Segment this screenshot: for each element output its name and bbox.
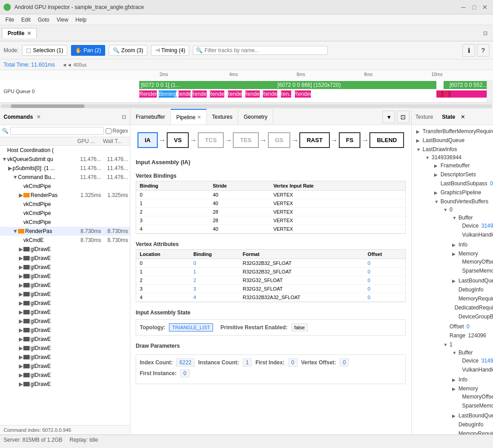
cmd-row-gldraw-3[interactable]: ▶glDrawE: [0, 263, 130, 272]
cmd-row-vkcmdpipe1[interactable]: vkCmdPipe: [0, 182, 130, 191]
stage-vs[interactable]: VS: [167, 132, 189, 148]
tab-textures[interactable]: Textures: [207, 109, 238, 125]
cmd-row-renderpass2[interactable]: ▼ RenderPas 8.730ms 8.730ms: [0, 227, 130, 236]
render-seg-5[interactable]: Render: [228, 90, 242, 98]
node-offset-0[interactable]: Offset 0: [440, 322, 493, 331]
profile-tab-close[interactable]: ✕: [27, 31, 31, 36]
node-transfer[interactable]: ▶ TransferBufferMemoryRequirements: [413, 127, 493, 136]
node-memreq-1[interactable]: MemoryRequirements: [449, 429, 493, 435]
stage-tes[interactable]: TES: [233, 132, 258, 148]
cmd-row-gldraw-15[interactable]: ▶glDrawE: [0, 371, 130, 380]
cmd-row-vkcmdpipe3[interactable]: vkCmdPipe: [0, 209, 130, 218]
node-graphicspipeline[interactable]: ▶ GraphicsPipeline: [431, 188, 493, 197]
stage-fs[interactable]: FS: [339, 132, 361, 148]
cmd-row-gldraw-4[interactable]: ▶glDrawE: [0, 272, 130, 281]
node-boundvertexbuffers[interactable]: ▼ BoundVertexBuffers ▼ 0: [431, 197, 493, 435]
cmd-row-gldraw-6[interactable]: ▶glDrawE: [0, 290, 130, 299]
node-device-1[interactable]: Device 3149342640: [458, 356, 493, 365]
node-buffer-1[interactable]: ▼ Buffer: [449, 348, 493, 375]
render-seg-3[interactable]: Render: [192, 90, 206, 98]
gpu-queue-content[interactable]: [6072 0 0 1] (1... [6072 0 0 866] (1520x…: [139, 80, 493, 102]
render-seg-0[interactable]: Render: [139, 90, 157, 98]
regex-checkbox-label[interactable]: Regex: [106, 128, 128, 134]
cmd-row-vkcmdpipe2[interactable]: vkCmdPipe: [0, 200, 130, 209]
menu-help[interactable]: Help: [72, 16, 90, 24]
render-dense[interactable]: [436, 90, 493, 98]
commands-panel-close[interactable]: ✕: [36, 114, 41, 120]
tab-pipeline-close[interactable]: ✕: [197, 115, 201, 120]
help-button[interactable]: ?: [477, 44, 489, 57]
node-memoffset-0[interactable]: MemoryOffset 12964288: [458, 257, 493, 266]
scroll-thumb[interactable]: [11, 104, 84, 108]
render-seg-9[interactable]: Render: [295, 90, 311, 98]
cmd-row-host[interactable]: Host Coordination (: [0, 146, 130, 155]
tab-framebuffer[interactable]: Framebuffer: [130, 109, 171, 125]
pipeline-expand-button[interactable]: ⊡: [397, 111, 409, 123]
render-seg-7[interactable]: Render: [263, 90, 277, 98]
menu-view[interactable]: View: [53, 16, 72, 24]
node-dedicatedreq-0[interactable]: DedicatedRequirements: [449, 303, 493, 312]
regex-checkbox[interactable]: [106, 128, 111, 134]
pan-mode-button[interactable]: ✋ Pan (2): [71, 45, 105, 56]
cmd-row-gldraw-16[interactable]: ▶glDrawE: [0, 380, 130, 389]
track-search-input[interactable]: [204, 47, 324, 54]
tab-pipeline[interactable]: Pipeline ✕: [171, 109, 207, 125]
node-buffer-0[interactable]: ▼ Buffer: [449, 213, 493, 240]
node-framebuffer[interactable]: ▶ Framebuffer: [431, 161, 493, 170]
menu-goto[interactable]: Goto: [34, 16, 53, 24]
render-seg-2[interactable]: Render: [178, 90, 191, 98]
node-bvb-0[interactable]: ▼ 0 ▼ Buffer: [440, 205, 493, 322]
node-lbq-0[interactable]: ▶ LastBoundQueue: [449, 276, 493, 285]
cmd-row-gldraw-5[interactable]: ▶glDrawE: [0, 281, 130, 290]
stage-gs[interactable]: GS: [268, 132, 291, 148]
cmd-row-renderpass1[interactable]: ▶ RenderPas 1.325ms 1.325ms: [0, 191, 130, 200]
track-scrollbar[interactable]: [487, 80, 493, 102]
cmd-row-cmdbuf[interactable]: ▼ Command Bu... 11.476... 11.476...: [0, 173, 130, 182]
node-sparse-1[interactable]: SparseMemoryBindings: [458, 401, 493, 410]
node-memoffset-1[interactable]: MemoryOffset 12964288: [458, 392, 493, 401]
node-lastboundsubpass[interactable]: LastBoundSubpass 0: [431, 179, 493, 188]
node-vulkanhandle-0[interactable]: VulkanHandle 148399209...: [458, 230, 493, 239]
scroll-track[interactable]: [1, 104, 492, 108]
segment-2[interactable]: [6072 0 0 552...: [444, 81, 493, 89]
node-bvb-1[interactable]: ▼ 1 ▼ Buffer: [440, 340, 493, 435]
cmd-row-gldraw-10[interactable]: ▶glDrawE: [0, 326, 130, 335]
minimize-button[interactable]: ─: [459, 3, 468, 12]
render-seg-8[interactable]: Ren...: [281, 90, 292, 98]
cmd-row-gldraw-12[interactable]: ▶glDrawE: [0, 344, 130, 353]
timing-mode-button[interactable]: ⊣ Timing (4): [151, 45, 190, 56]
commands-search-input[interactable]: [10, 127, 104, 135]
cmd-row-gldraw-9[interactable]: ▶glDrawE: [0, 317, 130, 326]
node-vulkanhandle-1[interactable]: VulkanHandle 148399209...: [458, 365, 493, 374]
zoom-mode-button[interactable]: 🔍 Zoom (3): [109, 45, 147, 56]
cmd-row-gldraw-8[interactable]: ▶glDrawE: [0, 308, 130, 317]
tab-geometry[interactable]: Geometry: [238, 109, 273, 125]
node-memory-1[interactable]: ▶ Memory: [449, 384, 493, 411]
close-button[interactable]: ✕: [480, 3, 489, 12]
render-seg-1[interactable]: Binning: [159, 90, 176, 98]
node-debuginfo-1[interactable]: DebugInfo: [449, 420, 493, 429]
stage-ia[interactable]: IA: [138, 132, 158, 148]
cmd-row-vkqueue[interactable]: ▼ vkQueueSubmit qu 11.476... 11.476...: [0, 155, 130, 164]
node-info-0[interactable]: ▶ Info: [449, 240, 493, 249]
cmd-row-vkcmde[interactable]: vkCmdE 8.730ms 8.730ms: [0, 236, 130, 245]
stage-rast[interactable]: RAST: [299, 132, 329, 148]
node-memory-0[interactable]: ▶ Memory: [449, 249, 493, 276]
render-seg-4[interactable]: Render: [210, 90, 224, 98]
cmd-row-gldraw-1[interactable]: ▶glDrawE: [0, 245, 130, 254]
track-search-box[interactable]: 🔍: [193, 46, 328, 55]
node-device-0[interactable]: Device 3149342640: [458, 221, 493, 230]
selection-mode-button[interactable]: ⬚ Selection (1): [22, 45, 67, 56]
menu-file[interactable]: File: [2, 16, 18, 24]
segment-0[interactable]: [6072 0 0 1] (1...: [139, 81, 182, 89]
state-panel-close[interactable]: ✕: [461, 114, 465, 120]
cmd-row-gldraw-2[interactable]: ▶glDrawE: [0, 254, 130, 263]
info-button[interactable]: ℹ: [462, 44, 475, 57]
node-lastdrawinfos[interactable]: ▼ LastDrawInfos ▼ 3149336944 ▶: [413, 145, 493, 435]
node-memreq-0[interactable]: MemoryRequirements: [449, 294, 493, 303]
node-devgrpbind-0[interactable]: DeviceGroupBinding: [449, 312, 493, 321]
cmd-row-psubmits[interactable]: ▶ pSubmits[0]: (1 ... 11.476... 11.476..…: [0, 164, 130, 173]
commands-tree[interactable]: Host Coordination ( ▼ vkQueueSubmit qu 1…: [0, 146, 130, 425]
commands-panel-expand[interactable]: ⊡: [122, 114, 126, 120]
node-lastboundqueue-top[interactable]: ▶ LastBoundQueue: [413, 136, 493, 145]
